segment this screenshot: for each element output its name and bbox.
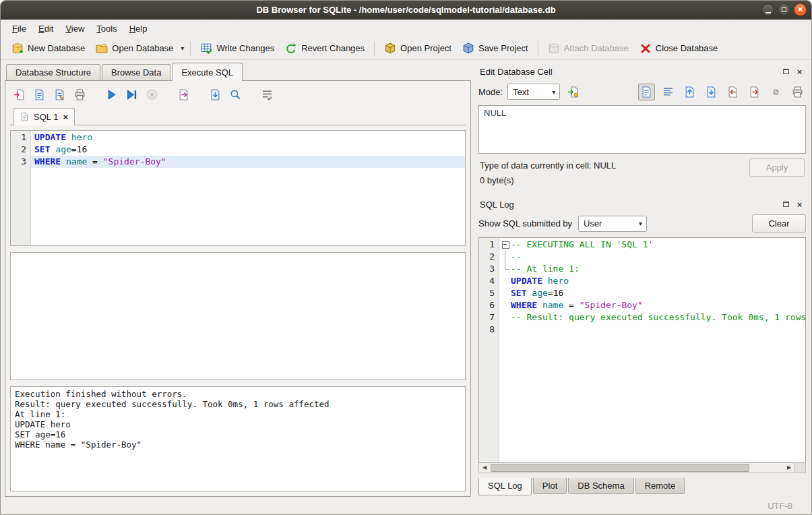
close-database-label: Close Database bbox=[656, 43, 718, 53]
attach-database-label: Attach Database bbox=[564, 43, 629, 53]
word-wrap-icon bbox=[662, 86, 674, 98]
dock-tab-remote[interactable]: Remote bbox=[635, 478, 685, 494]
save-sql-as-button[interactable] bbox=[52, 87, 67, 102]
save-project-button[interactable]: Save Project bbox=[457, 40, 534, 57]
dock-tab-plot[interactable]: Plot bbox=[533, 478, 567, 494]
chevron-down-icon: ▾ bbox=[181, 44, 184, 52]
print-sql-button[interactable] bbox=[72, 87, 87, 102]
import-data-button[interactable] bbox=[565, 84, 582, 100]
text-mode-button[interactable] bbox=[638, 84, 655, 100]
sql-log-controls: Show SQL submitted by User ▾ Clear bbox=[478, 214, 806, 233]
import-cell-button[interactable] bbox=[724, 84, 741, 100]
dock-tab-sql-log[interactable]: SQL Log bbox=[478, 478, 532, 495]
horizontal-scrollbar[interactable]: ◀ ▶ bbox=[478, 463, 806, 473]
dock-tab-db-schema[interactable]: DB Schema bbox=[568, 478, 633, 494]
export-icon bbox=[749, 86, 760, 98]
open-sql-file-button[interactable] bbox=[11, 87, 26, 102]
close-database-icon bbox=[639, 42, 652, 55]
open-database-icon bbox=[96, 42, 108, 55]
line-number: 3 bbox=[11, 156, 26, 168]
revert-changes-icon bbox=[285, 42, 297, 55]
sql-editor[interactable]: 123 UPDATE heroSET age=16WHERE name = "S… bbox=[10, 130, 466, 246]
tab-execute-sql[interactable]: Execute SQL bbox=[172, 63, 243, 81]
tab-database-structure[interactable]: Database Structure bbox=[6, 64, 100, 80]
sql-log-title: SQL Log bbox=[480, 200, 778, 210]
open-cell-data-button[interactable] bbox=[681, 84, 698, 100]
app-window: DB Browser for SQLite - /home/user/code/… bbox=[0, 0, 812, 515]
word-wrap-button[interactable] bbox=[259, 87, 274, 102]
menu-edit[interactable]: Edit bbox=[32, 21, 59, 36]
scroll-left-button[interactable]: ◀ bbox=[479, 463, 490, 473]
fold-collapse-icon[interactable] bbox=[501, 239, 511, 251]
line-number: 1 bbox=[479, 239, 495, 251]
maximize-button[interactable] bbox=[778, 3, 790, 16]
left-panel: Database Structure Browse Data Execute S… bbox=[5, 62, 471, 497]
menu-tools[interactable]: Tools bbox=[90, 21, 123, 36]
menu-help[interactable]: Help bbox=[123, 21, 154, 36]
edit-cell-title: Edit Database Cell bbox=[480, 67, 778, 77]
write-changes-button[interactable]: Write Changes bbox=[195, 40, 280, 57]
toolbar-separator bbox=[538, 41, 538, 56]
results-grid[interactable] bbox=[10, 252, 466, 380]
close-tab-icon[interactable]: × bbox=[63, 112, 68, 122]
scrollbar-thumb[interactable] bbox=[491, 464, 749, 472]
open-project-button[interactable]: Open Project bbox=[379, 40, 457, 57]
save-sql-file-button[interactable] bbox=[32, 87, 46, 102]
close-database-button[interactable]: Close Database bbox=[634, 40, 724, 57]
menu-file[interactable]: File bbox=[6, 21, 32, 36]
find-replace-button[interactable] bbox=[228, 87, 243, 102]
scrollbar-track[interactable] bbox=[490, 463, 784, 473]
line-number: 8 bbox=[479, 324, 495, 336]
fold-guide bbox=[501, 299, 511, 311]
attach-database-button: Attach Database bbox=[542, 40, 634, 57]
float-panel-button[interactable] bbox=[781, 67, 791, 77]
line-number: 1 bbox=[11, 131, 26, 144]
fold-guide bbox=[501, 251, 511, 263]
tab-browse-data[interactable]: Browse Data bbox=[102, 64, 170, 80]
close-button[interactable]: × bbox=[794, 3, 807, 16]
close-panel-button[interactable]: × bbox=[794, 67, 805, 77]
execute-current-line-button[interactable] bbox=[124, 87, 139, 102]
text-document-icon bbox=[641, 86, 652, 98]
export-results-button[interactable] bbox=[176, 87, 191, 102]
titlebar[interactable]: DB Browser for SQLite - /home/user/code/… bbox=[1, 1, 811, 20]
execute-all-button[interactable] bbox=[104, 87, 119, 102]
mode-select[interactable]: Text ▾ bbox=[507, 84, 560, 100]
save-results-button[interactable] bbox=[208, 87, 222, 102]
sql-log-viewer[interactable]: 12345678 -- EXECUTING ALL IN 'SQL 1'----… bbox=[478, 237, 806, 463]
mode-value: Text bbox=[508, 87, 548, 97]
maximize-icon bbox=[782, 7, 786, 12]
set-null-button[interactable] bbox=[768, 84, 784, 100]
clear-button[interactable]: Clear bbox=[752, 214, 806, 233]
float-panel-button[interactable] bbox=[781, 200, 791, 210]
cell-value-editor[interactable]: NULL bbox=[478, 105, 806, 154]
scroll-right-button[interactable]: ▶ bbox=[784, 463, 794, 473]
minimize-icon bbox=[766, 12, 771, 13]
save-sql-as-icon bbox=[54, 89, 65, 100]
code-line: -- bbox=[499, 251, 805, 263]
filter-label: Show SQL submitted by bbox=[478, 218, 572, 229]
save-cell-data-button[interactable] bbox=[703, 84, 720, 100]
apply-button[interactable]: Apply bbox=[749, 158, 805, 177]
minimize-button[interactable] bbox=[761, 3, 774, 16]
open-database-button[interactable]: Open Database bbox=[90, 40, 179, 57]
execution-log[interactable]: Execution finished without errors.Result… bbox=[10, 386, 466, 491]
submitted-by-select[interactable]: User ▾ bbox=[578, 216, 647, 232]
close-panel-button[interactable]: × bbox=[794, 200, 805, 210]
cell-size-info: 0 byte(s) bbox=[480, 173, 749, 188]
print-cell-button[interactable] bbox=[789, 84, 806, 100]
line-number: 2 bbox=[11, 144, 26, 156]
cell-value: NULL bbox=[484, 108, 506, 118]
revert-changes-button[interactable]: Revert Changes bbox=[280, 40, 370, 57]
editor-code-area[interactable]: UPDATE heroSET age=16WHERE name = "Spide… bbox=[31, 131, 465, 245]
sql-1-tab[interactable]: SQL 1 × bbox=[13, 108, 75, 125]
menu-view[interactable]: View bbox=[59, 21, 90, 36]
word-wrap-cell-button[interactable] bbox=[660, 84, 677, 100]
new-database-button[interactable]: New Database bbox=[6, 40, 90, 57]
close-icon: × bbox=[798, 4, 803, 14]
export-cell-button[interactable] bbox=[746, 84, 763, 100]
float-icon bbox=[783, 202, 789, 207]
open-project-label: Open Project bbox=[400, 43, 451, 53]
print-icon bbox=[792, 86, 803, 98]
open-database-dropdown[interactable]: ▾ bbox=[179, 42, 186, 55]
